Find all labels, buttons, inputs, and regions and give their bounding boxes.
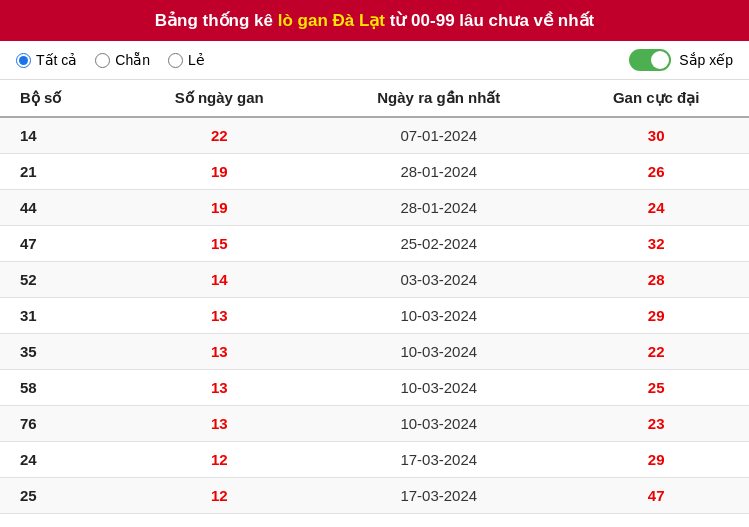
radio-group: Tất cả Chẵn Lẻ [16,52,629,68]
cell-so-ngay-gan: 13 [124,298,314,334]
cell-so-ngay-gan: 12 [124,514,314,528]
col-so-ngay-gan: Số ngày gan [124,80,314,117]
header-text-before: Bảng thống kê [155,11,278,30]
cell-gan-cuc-dai: 47 [563,478,749,514]
cell-gan-cuc-dai: 40 [563,514,749,528]
cell-so-ngay-gan: 22 [124,117,314,154]
cell-so-ngay-gan: 19 [124,154,314,190]
cell-gan-cuc-dai: 28 [563,262,749,298]
table-row: 211928-01-202426 [0,154,749,190]
cell-so-ngay-gan: 13 [124,370,314,406]
cell-bo-so: 32 [0,514,124,528]
cell-ngay-ra: 10-03-2024 [314,298,563,334]
radio-tat-ca-label: Tất cả [36,52,77,68]
cell-bo-so: 76 [0,406,124,442]
radio-le[interactable]: Lẻ [168,52,205,68]
header-banner: Bảng thống kê lò gan Đà Lạt từ 00-99 lâu… [0,0,749,41]
cell-bo-so: 52 [0,262,124,298]
cell-ngay-ra: 28-01-2024 [314,154,563,190]
cell-so-ngay-gan: 12 [124,442,314,478]
col-gan-cuc-dai: Gan cực đại [563,80,749,117]
table-row: 142207-01-202430 [0,117,749,154]
cell-ngay-ra: 28-01-2024 [314,190,563,226]
table-row: 251217-03-202447 [0,478,749,514]
cell-ngay-ra: 03-03-2024 [314,262,563,298]
cell-gan-cuc-dai: 22 [563,334,749,370]
cell-gan-cuc-dai: 24 [563,190,749,226]
cell-gan-cuc-dai: 29 [563,442,749,478]
cell-gan-cuc-dai: 30 [563,117,749,154]
table-row: 321217-03-202440 [0,514,749,528]
radio-tat-ca[interactable]: Tất cả [16,52,77,68]
table-row: 441928-01-202424 [0,190,749,226]
main-table: Bộ số Số ngày gan Ngày ra gần nhất Gan c… [0,80,749,527]
cell-so-ngay-gan: 13 [124,406,314,442]
cell-so-ngay-gan: 13 [124,334,314,370]
sort-toggle-group: Sắp xếp [629,49,733,71]
table-row: 311310-03-202429 [0,298,749,334]
table-row: 761310-03-202423 [0,406,749,442]
cell-so-ngay-gan: 15 [124,226,314,262]
table-row: 241217-03-202429 [0,442,749,478]
cell-bo-so: 47 [0,226,124,262]
cell-bo-so: 35 [0,334,124,370]
cell-gan-cuc-dai: 23 [563,406,749,442]
toggle-slider [629,49,671,71]
cell-gan-cuc-dai: 26 [563,154,749,190]
header-highlight: lò gan Đà Lạt [278,11,385,30]
radio-le-label: Lẻ [188,52,205,68]
cell-so-ngay-gan: 14 [124,262,314,298]
cell-ngay-ra: 10-03-2024 [314,334,563,370]
cell-bo-so: 25 [0,478,124,514]
cell-bo-so: 58 [0,370,124,406]
header-text-after: từ 00-99 lâu chưa về nhất [385,11,594,30]
table-header-row: Bộ số Số ngày gan Ngày ra gần nhất Gan c… [0,80,749,117]
cell-ngay-ra: 10-03-2024 [314,370,563,406]
table-row: 521403-03-202428 [0,262,749,298]
cell-so-ngay-gan: 19 [124,190,314,226]
cell-bo-so: 14 [0,117,124,154]
cell-ngay-ra: 25-02-2024 [314,226,563,262]
cell-bo-so: 21 [0,154,124,190]
col-bo-so: Bộ số [0,80,124,117]
cell-ngay-ra: 17-03-2024 [314,442,563,478]
cell-gan-cuc-dai: 29 [563,298,749,334]
col-ngay-ra: Ngày ra gần nhất [314,80,563,117]
cell-ngay-ra: 17-03-2024 [314,478,563,514]
table-row: 351310-03-202422 [0,334,749,370]
cell-bo-so: 31 [0,298,124,334]
cell-gan-cuc-dai: 25 [563,370,749,406]
cell-ngay-ra: 17-03-2024 [314,514,563,528]
cell-so-ngay-gan: 12 [124,478,314,514]
radio-chan[interactable]: Chẵn [95,52,150,68]
table-row: 471525-02-202432 [0,226,749,262]
cell-bo-so: 24 [0,442,124,478]
controls-bar: Tất cả Chẵn Lẻ Sắp xếp [0,41,749,80]
sort-label: Sắp xếp [679,52,733,68]
sort-toggle-switch[interactable] [629,49,671,71]
table-row: 581310-03-202425 [0,370,749,406]
radio-chan-label: Chẵn [115,52,150,68]
cell-bo-so: 44 [0,190,124,226]
cell-gan-cuc-dai: 32 [563,226,749,262]
cell-ngay-ra: 07-01-2024 [314,117,563,154]
cell-ngay-ra: 10-03-2024 [314,406,563,442]
